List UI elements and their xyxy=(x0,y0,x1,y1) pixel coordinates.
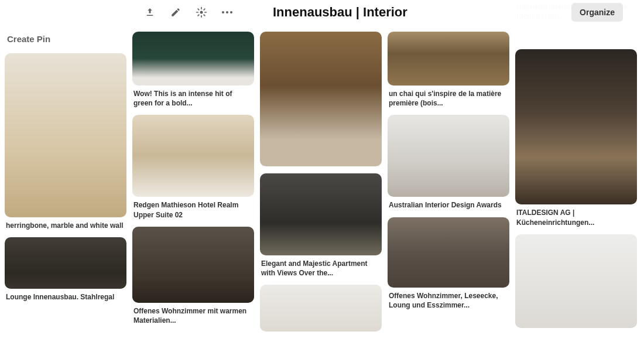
pin-image xyxy=(5,53,126,217)
pin-image xyxy=(515,234,637,328)
pin-item[interactable] xyxy=(515,234,637,328)
pin-item[interactable]: Australian Interior Design Awards xyxy=(388,115,509,210)
pin-title: herringbone, marble and white wall xyxy=(5,217,126,230)
pin-item[interactable]: Elegant and Majestic Apartment with View… xyxy=(260,173,382,278)
create-pin-link[interactable]: Create Pin xyxy=(5,33,126,46)
pin-image xyxy=(515,49,637,204)
pin-image xyxy=(388,217,509,288)
pin-item[interactable]: un chai qui s'inspire de la matière prem… xyxy=(388,32,509,108)
column-3: un chai qui s'inspire de la matière prem… xyxy=(388,0,509,332)
pin-title: Wow! This is an intense hit of green for… xyxy=(132,86,254,108)
pin-image xyxy=(5,237,126,289)
pin-image xyxy=(260,32,382,166)
pin-image xyxy=(132,227,254,303)
sparkle-icon[interactable] xyxy=(196,6,207,18)
column-0: Create Pin herringbone, marble and white… xyxy=(5,0,126,332)
pin-image xyxy=(132,115,254,197)
organize-button[interactable]: Organize xyxy=(571,3,623,22)
pin-item[interactable]: Redgen Mathieson Hotel Realm Upper Suite… xyxy=(132,115,254,219)
pin-image xyxy=(260,173,382,255)
upload-icon[interactable] xyxy=(144,6,156,18)
edit-icon[interactable] xyxy=(170,6,181,18)
pin-item[interactable] xyxy=(260,32,382,166)
pin-grid: Create Pin herringbone, marble and white… xyxy=(0,0,642,332)
pin-item[interactable]: herringbone, marble and white wall xyxy=(5,53,126,230)
column-1: Wow! This is an intense hit of green for… xyxy=(132,0,254,332)
pin-title: Australian Interior Design Awards xyxy=(388,197,509,210)
pin-title: Offenes Wohnzimmer, Leseecke, Loung und … xyxy=(388,288,509,310)
pin-title: un chai qui s'inspire de la matière prem… xyxy=(388,86,509,108)
pin-title: Lounge Innenausbau. Stahlregal xyxy=(5,289,126,302)
pin-image xyxy=(388,32,509,86)
pin-image xyxy=(132,32,254,86)
column-2: Elegant and Majestic Apartment with View… xyxy=(260,0,382,332)
board-title: Innenausbau | Interior xyxy=(273,5,407,20)
pin-image xyxy=(388,115,509,197)
pin-title: Redgen Mathieson Hotel Realm Upper Suite… xyxy=(132,197,254,219)
pin-image xyxy=(260,285,382,332)
pin-item[interactable]: ITALDESIGN AG | Kücheneinrichtungen... xyxy=(515,49,637,227)
pin-item[interactable]: Offenes Wohnzimmer, Leseecke, Loung und … xyxy=(388,217,509,310)
svg-point-0 xyxy=(200,11,203,14)
pin-item[interactable]: Wow! This is an intense hit of green for… xyxy=(132,32,254,108)
pin-title: Offenes Wohnzimmer mit warmen Materialie… xyxy=(132,303,254,325)
more-icon[interactable] xyxy=(221,6,233,18)
pin-item[interactable] xyxy=(260,285,382,332)
board-topbar: Innenausbau | Interior Organize xyxy=(133,0,644,25)
column-4: High-end interior design | sample room d… xyxy=(515,0,637,332)
pin-item[interactable]: Lounge Innenausbau. Stahlregal xyxy=(5,237,126,302)
pin-title: Elegant and Majestic Apartment with View… xyxy=(260,255,382,278)
pin-item[interactable]: Offenes Wohnzimmer mit warmen Materialie… xyxy=(132,227,254,325)
pin-title: ITALDESIGN AG | Kücheneinrichtungen... xyxy=(515,204,637,227)
toolbar-icons xyxy=(144,6,233,18)
